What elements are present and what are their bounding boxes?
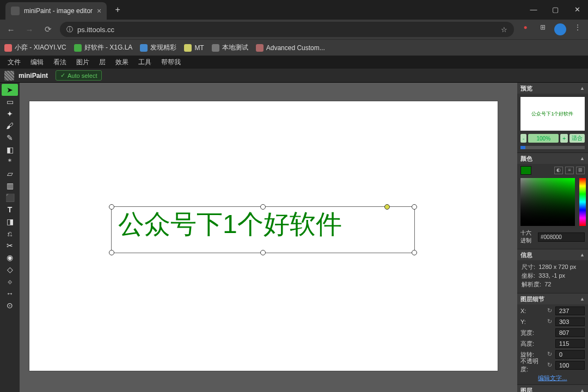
color-panel: 颜色▲ ◐ ≡ ⊞ 十六进制 #008000 — [517, 153, 588, 249]
profile-avatar[interactable] — [554, 23, 566, 35]
color-swatch[interactable] — [520, 166, 531, 175]
edit-text-link[interactable]: 编辑文字... — [517, 372, 588, 384]
canvas[interactable]: 公众号下1个好软件 — [29, 101, 498, 371]
color-swatches-icon[interactable]: ⊞ — [576, 167, 585, 174]
panel-header-layers[interactable]: 图层▲ — [517, 385, 588, 392]
reset-icon[interactable] — [546, 329, 553, 336]
shape-tool[interactable]: ⬛ — [2, 192, 18, 204]
new-tab-button[interactable]: + — [110, 2, 125, 17]
layers-panel: 图层▲ — [517, 385, 588, 392]
hex-input[interactable]: #008000 — [538, 232, 585, 242]
reset-icon[interactable]: ↻ — [546, 362, 553, 369]
auto-select-toggle[interactable]: ✓ Auto select — [56, 70, 102, 81]
maximize-button[interactable]: ▢ — [544, 1, 566, 19]
site-info-icon[interactable]: ⓘ — [66, 25, 73, 34]
menu-effects[interactable]: 效果 — [115, 58, 128, 67]
panel-header-preview[interactable]: 预览▲ — [517, 83, 588, 94]
reset-icon[interactable]: ↻ — [546, 318, 553, 326]
menu-file[interactable]: 文件 — [8, 58, 21, 67]
reset-icon[interactable]: ↻ — [546, 307, 553, 315]
preview-panel: 预览▲ 公众号下1个好软件 - 100% + 适合 — [517, 83, 588, 153]
text-tool[interactable]: T — [2, 204, 18, 216]
crop-tool[interactable]: ✂ — [2, 240, 18, 252]
url-box[interactable]: ⓘ ps.ittools.cc ☆ — [60, 22, 514, 37]
menu-layer[interactable]: 层 — [99, 58, 106, 67]
line-tool[interactable]: ＊ — [2, 156, 18, 168]
color-picker-icon[interactable]: ◐ — [554, 167, 563, 174]
resize-handle-sw[interactable] — [109, 250, 114, 255]
back-button[interactable]: ← — [4, 25, 17, 34]
resize-handle-nw[interactable] — [109, 204, 114, 210]
canvas-viewport[interactable]: 公众号下1个好软件 — [20, 83, 517, 392]
bookmark-item[interactable]: Advanced Custom... — [256, 44, 325, 52]
zoom-level[interactable]: 100% — [528, 134, 559, 143]
bookmark-item[interactable]: MT — [184, 44, 204, 52]
minimize-button[interactable]: — — [523, 1, 544, 19]
opacity-input[interactable]: 100 — [555, 361, 585, 370]
zoom-out-button[interactable]: - — [520, 134, 526, 143]
panel-header-info[interactable]: 信息▲ — [517, 249, 588, 260]
close-window-button[interactable]: ✕ — [566, 1, 588, 19]
menu-tools[interactable]: 工具 — [138, 58, 151, 67]
check-icon: ✓ — [60, 72, 65, 79]
bookmark-item[interactable]: 发现精彩 — [140, 43, 176, 52]
bookmark-star-icon[interactable]: ☆ — [501, 26, 507, 34]
close-tab-icon[interactable]: × — [97, 7, 101, 15]
menu-view[interactable]: 看法 — [53, 58, 66, 67]
color-sliders-icon[interactable]: ≡ — [565, 167, 574, 174]
info-panel: 信息▲ 尺寸: 1280 x 720 px 坐标: 333, -1 px 解析度… — [517, 249, 588, 293]
width-input[interactable]: 807 — [555, 328, 585, 337]
animation-tool[interactable]: ⊙ — [2, 299, 18, 311]
fill-tool[interactable]: ▱ — [2, 168, 18, 180]
select-tool[interactable]: ➤ — [2, 84, 18, 96]
rotate-handle[interactable] — [384, 204, 390, 210]
y-input[interactable]: 303 — [555, 317, 585, 326]
rotate-input[interactable]: 0 — [555, 350, 585, 359]
right-panel: 预览▲ 公众号下1个好软件 - 100% + 适合 颜色▲ ◐ ≡ ⊞ — [517, 83, 588, 392]
extension-icon[interactable]: ● — [519, 23, 531, 35]
brush-tool[interactable]: 🖌 — [2, 120, 18, 132]
menu-image[interactable]: 图片 — [76, 58, 89, 67]
x-input[interactable]: 237 — [555, 307, 585, 315]
preview-canvas[interactable]: 公众号下1个好软件 — [520, 97, 585, 131]
blur-tool[interactable]: ◉ — [2, 252, 18, 264]
browser-menu-icon[interactable]: ⋮ — [572, 23, 584, 35]
zoom-in-button[interactable]: + — [560, 134, 568, 143]
zoom-fit-button[interactable]: 适合 — [569, 134, 585, 143]
bookmark-item[interactable]: 小弈 - XIAOYI.VC — [4, 43, 66, 52]
marquee-tool[interactable]: ▭ — [2, 96, 18, 108]
resize-handle-se[interactable] — [412, 250, 417, 255]
menu-help[interactable]: 帮帮我 — [161, 58, 181, 67]
hue-slider[interactable] — [579, 178, 586, 226]
image-tool[interactable]: ▥ — [2, 180, 18, 192]
panel-header-color[interactable]: 颜色▲ — [517, 153, 588, 164]
zoom-slider[interactable] — [520, 146, 585, 149]
reload-button[interactable]: ⟳ — [41, 24, 54, 34]
reset-icon[interactable] — [546, 340, 553, 347]
forward-button[interactable]: → — [23, 25, 36, 34]
resize-handle-n[interactable] — [260, 204, 266, 210]
bookmark-item[interactable]: 好软件 - X1G.LA — [74, 43, 133, 52]
pencil-tool[interactable]: ✎ — [2, 132, 18, 144]
text-layer-selection[interactable]: 公众号下1个好软件 — [111, 206, 415, 253]
zoom-tool[interactable]: ↔ — [2, 287, 18, 299]
address-bar: ← → ⟳ ⓘ ps.ittools.cc ☆ ● ⊞ ⋮ — [0, 20, 588, 39]
collapse-icon: ▲ — [580, 252, 585, 258]
brand-bar: miniPaint ✓ Auto select — [0, 69, 588, 83]
resize-handle-ne[interactable] — [412, 204, 417, 210]
resize-handle-s[interactable] — [260, 250, 266, 255]
browser-tab[interactable]: miniPaint - image editor × — [5, 2, 107, 20]
height-input[interactable]: 115 — [555, 339, 585, 348]
sharpen-tool[interactable]: ◇ — [2, 264, 18, 275]
color-gradient-picker[interactable] — [520, 178, 575, 226]
smudge-tool[interactable]: ⟐ — [2, 275, 18, 287]
clone-tool[interactable]: ⎌ — [2, 228, 18, 240]
magic-wand-tool[interactable]: ✦ — [2, 108, 18, 120]
bookmark-item[interactable]: 本地测试 — [212, 43, 248, 52]
reset-icon[interactable]: ↻ — [546, 351, 553, 358]
panel-header-details[interactable]: 图层细节▲ — [517, 293, 588, 304]
menu-edit[interactable]: 编辑 — [30, 58, 44, 67]
gradient-tool[interactable]: ◨ — [2, 216, 18, 228]
extensions-icon[interactable]: ⊞ — [537, 23, 549, 35]
eraser-tool[interactable]: ◧ — [2, 144, 18, 156]
